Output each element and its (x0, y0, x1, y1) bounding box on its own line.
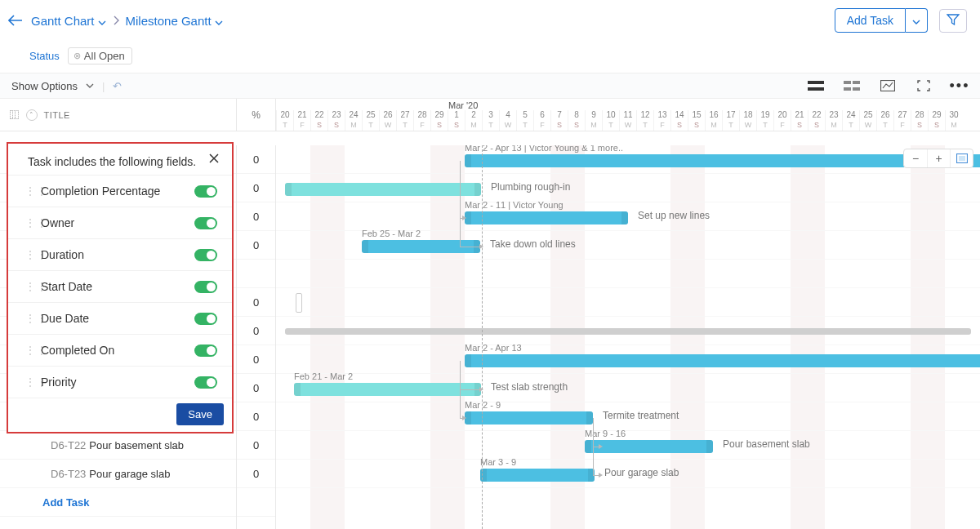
gantt-bar[interactable] (465, 411, 593, 425)
status-label[interactable]: Status (29, 50, 60, 62)
month-label: Mar '20 (448, 100, 478, 110)
drag-handle-icon[interactable]: ⋮⋮ (24, 312, 33, 325)
svg-rect-8 (959, 156, 965, 161)
pct-cell: 0 (237, 288, 275, 317)
day-header: 18W (739, 110, 756, 131)
pct-cell: 0 (237, 460, 275, 488)
drag-handle-icon[interactable]: ⋮⋮ (24, 280, 33, 293)
more-icon[interactable]: ••• (951, 78, 969, 93)
view-split-icon[interactable] (843, 78, 861, 93)
pct-cell: 0 (237, 431, 275, 460)
gantt-row (276, 260, 980, 288)
popup-field-label: Owner (41, 216, 74, 229)
day-header: 6F (533, 110, 550, 131)
caret-down-icon (98, 14, 106, 28)
gantt-bar[interactable] (465, 354, 980, 367)
task-fields-popup: Task includes the following fields. ⋮⋮Co… (7, 142, 234, 433)
popup-field-label: Completed On (41, 344, 114, 357)
pct-cell (237, 260, 275, 288)
collapse-icon[interactable]: ˄ (26, 109, 38, 121)
day-header: 30M (945, 110, 962, 131)
popup-field-row: ⋮⋮Start Date (8, 270, 232, 302)
close-button[interactable] (204, 149, 224, 168)
add-task-row[interactable]: Add Task (0, 488, 236, 517)
drag-handle-icon[interactable]: ⋮⋮ (24, 248, 33, 261)
caret-down-icon (215, 14, 223, 28)
popup-field-label: Priority (41, 376, 77, 389)
pct-header: % (252, 109, 261, 121)
task-row[interactable]: D6-T23Pour garage slab (0, 460, 236, 488)
day-header: 4W (499, 110, 516, 131)
day-header: 23S (327, 110, 345, 131)
gantt-bar[interactable] (285, 183, 481, 196)
bar-top-label: Feb 25 - Mar 2 (362, 229, 421, 238)
view-chart-icon[interactable] (879, 78, 897, 93)
task-row[interactable]: D6-T22Pour basement slab (0, 431, 236, 460)
bar-right-label: Termite treatment (603, 410, 679, 421)
day-header: 23M (825, 110, 842, 131)
bar-right-label: Plumbing rough-in (491, 181, 570, 193)
add-task-dropdown[interactable] (906, 8, 928, 33)
day-header: 27T (396, 110, 413, 131)
day-header: 29S (430, 110, 448, 131)
day-header: 1S (448, 110, 465, 131)
gantt-bar[interactable] (285, 328, 971, 335)
field-toggle[interactable] (194, 185, 217, 198)
bar-right-label: Pour garage slab (604, 467, 679, 478)
status-chip[interactable]: ⊗ All Open (68, 47, 132, 64)
gantt-bar[interactable] (294, 383, 481, 396)
popup-field-label: Completion Percentage (41, 184, 160, 198)
breadcrumb-root[interactable]: Gantt Chart (31, 14, 106, 28)
svg-rect-3 (853, 81, 860, 84)
day-header: 21S (791, 110, 808, 131)
pct-cell: 0 (237, 202, 275, 231)
columns-icon[interactable]: ⿲ (10, 110, 20, 120)
close-icon[interactable]: ⊗ (74, 51, 81, 61)
day-header: 22S (310, 110, 327, 131)
bar-top-label: Mar 2 - Apr 13 (465, 343, 522, 353)
day-header: 28S (911, 110, 928, 131)
drag-handle-icon[interactable]: ⋮⋮ (24, 184, 33, 198)
zoom-fit-button[interactable] (950, 149, 973, 167)
popup-field-row: ⋮⋮Duration (8, 238, 232, 270)
back-button[interactable] (7, 11, 24, 29)
filter-button[interactable] (939, 9, 967, 33)
day-header: 27F (893, 110, 911, 131)
day-header: 26T (876, 110, 893, 131)
popup-title: Task includes the following fields. (28, 155, 196, 168)
gantt-bar[interactable] (465, 211, 628, 224)
field-toggle[interactable] (194, 217, 217, 229)
field-toggle[interactable] (194, 249, 217, 261)
view-compact-icon[interactable] (807, 78, 825, 93)
add-task-button[interactable]: Add Task (835, 8, 906, 33)
field-toggle[interactable] (194, 345, 217, 357)
field-toggle[interactable] (194, 281, 217, 293)
svg-rect-5 (853, 87, 860, 91)
zoom-in-button[interactable]: + (927, 149, 950, 167)
show-options[interactable]: Show Options | ↶ (11, 80, 122, 92)
drag-handle-icon[interactable]: ⋮⋮ (24, 344, 33, 357)
gantt-bar[interactable] (585, 440, 713, 453)
save-button[interactable]: Save (176, 403, 224, 425)
gantt-bar[interactable] (480, 469, 595, 482)
zoom-out-button[interactable]: − (904, 149, 927, 167)
field-toggle[interactable] (194, 376, 217, 389)
day-header: 15S (688, 110, 705, 131)
drag-handle-icon[interactable]: ⋮⋮ (24, 216, 33, 229)
day-header: 2M (465, 110, 482, 131)
day-header: 20T (276, 110, 293, 131)
day-header: 26W (379, 110, 396, 131)
bar-top-label: Mar 9 - 16 (585, 429, 626, 438)
svg-rect-1 (808, 87, 824, 91)
fullscreen-icon[interactable] (915, 78, 933, 93)
undo-icon[interactable]: ↶ (113, 80, 122, 92)
bar-top-label: Mar 2 - 9 (465, 400, 501, 410)
day-header: 20F (773, 110, 791, 131)
svg-rect-0 (808, 81, 824, 84)
field-toggle[interactable] (194, 313, 217, 325)
breadcrumb-current[interactable]: Milestone Gantt (126, 14, 223, 28)
gantt-row (276, 288, 980, 317)
drag-handle-icon[interactable]: ⋮⋮ (24, 376, 33, 389)
popup-field-row: ⋮⋮Due Date (8, 302, 232, 334)
timeline-resize-handle[interactable] (296, 293, 302, 313)
